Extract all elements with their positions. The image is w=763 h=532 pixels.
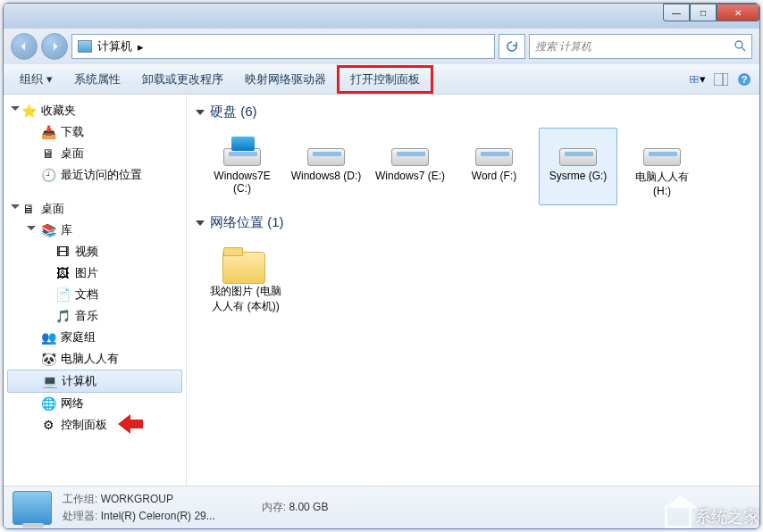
sidebar-item-homegroup[interactable]: 👥家庭组 bbox=[4, 327, 186, 348]
drive-e[interactable]: Windows7 (E:) bbox=[371, 128, 449, 205]
annotation-arrow-left-icon bbox=[118, 414, 143, 434]
sidebar-item-user[interactable]: 🐼电脑人人有 bbox=[4, 348, 186, 370]
video-icon: 🎞 bbox=[55, 245, 70, 259]
library-icon: 📚 bbox=[41, 223, 55, 237]
house-icon bbox=[665, 505, 692, 528]
breadcrumb[interactable]: 计算机 bbox=[97, 38, 132, 54]
sidebar: ⭐收藏夹 📥下载 🖥桌面 🕘最近访问的位置 🖥桌面 📚库 🎞视频 🖼图片 📄文档… bbox=[4, 95, 187, 486]
explorer-window: — □ ✕ 计算机 ▸ 搜索 计算机 组织 ▾ 系统属性 卸载或更改程序 映射网… bbox=[3, 3, 760, 529]
preview-pane-button[interactable] bbox=[713, 71, 729, 87]
system-properties-button[interactable]: 系统属性 bbox=[63, 68, 131, 91]
drive-icon bbox=[220, 136, 264, 166]
sidebar-item-network[interactable]: 🌐网络 bbox=[4, 393, 186, 414]
svg-rect-3 bbox=[695, 76, 699, 79]
drive-icon bbox=[640, 136, 684, 166]
computer-large-icon bbox=[13, 491, 52, 525]
network-icon: 🌐 bbox=[41, 396, 55, 411]
close-button[interactable]: ✕ bbox=[717, 4, 759, 21]
sidebar-item-favorites[interactable]: ⭐收藏夹 bbox=[4, 100, 186, 121]
homegroup-icon: 👥 bbox=[41, 330, 55, 345]
recent-icon: 🕘 bbox=[41, 168, 55, 182]
section-network-locations[interactable]: 网络位置 (1) bbox=[196, 214, 750, 231]
sidebar-item-music[interactable]: 🎵音乐 bbox=[4, 305, 186, 327]
chevron-down-icon: ▾ bbox=[46, 72, 53, 86]
status-bar: 工作组: WORKGROUP 处理器: Intel(R) Celeron(R) … bbox=[4, 486, 759, 528]
svg-rect-2 bbox=[691, 76, 694, 79]
organize-button[interactable]: 组织 ▾ bbox=[9, 68, 63, 91]
search-input[interactable]: 搜索 计算机 bbox=[529, 34, 752, 59]
drive-f[interactable]: Word (F:) bbox=[455, 128, 533, 205]
uninstall-programs-button[interactable]: 卸载或更改程序 bbox=[131, 68, 234, 91]
svg-line-1 bbox=[742, 47, 745, 51]
sidebar-item-libraries[interactable]: 📚库 bbox=[4, 220, 186, 241]
sidebar-item-pictures[interactable]: 🖼图片 bbox=[4, 262, 186, 284]
svg-rect-6 bbox=[714, 73, 728, 86]
drive-d[interactable]: Windows8 (D:) bbox=[287, 128, 365, 205]
svg-point-0 bbox=[735, 41, 742, 48]
drive-g[interactable]: Sysrme (G:) bbox=[539, 128, 617, 205]
section-hard-drives[interactable]: 硬盘 (6) bbox=[196, 104, 750, 121]
forward-button[interactable] bbox=[41, 33, 68, 60]
star-icon: ⭐ bbox=[21, 104, 36, 118]
help-button[interactable]: ? bbox=[736, 71, 752, 87]
svg-text:?: ? bbox=[742, 74, 748, 85]
nav-row: 计算机 ▸ 搜索 计算机 bbox=[4, 29, 759, 64]
drive-icon bbox=[304, 136, 348, 166]
network-location-item[interactable]: 我的图片 (电脑人人有 (本机)) bbox=[203, 238, 289, 322]
address-bar[interactable]: 计算机 ▸ bbox=[71, 34, 495, 59]
sidebar-item-documents[interactable]: 📄文档 bbox=[4, 284, 186, 305]
status-cpu: Intel(R) Celeron(R) 29... bbox=[101, 510, 215, 522]
drive-icon bbox=[556, 136, 600, 166]
chevron-right-icon[interactable]: ▸ bbox=[138, 40, 144, 54]
music-icon: 🎵 bbox=[55, 309, 70, 323]
content-pane: 硬盘 (6) Windows7E (C:) Windows8 (D:) Wind… bbox=[187, 95, 759, 486]
sidebar-item-computer[interactable]: 💻计算机 bbox=[7, 370, 182, 393]
drive-icon bbox=[472, 136, 516, 166]
downloads-icon: 📥 bbox=[41, 125, 55, 139]
search-icon bbox=[734, 39, 746, 54]
sidebar-item-recent[interactable]: 🕘最近访问的位置 bbox=[4, 164, 186, 186]
svg-rect-5 bbox=[695, 79, 699, 82]
sidebar-item-desktop-root[interactable]: 🖥桌面 bbox=[4, 198, 186, 220]
sidebar-item-videos[interactable]: 🎞视频 bbox=[4, 241, 186, 262]
drive-h[interactable]: 电脑人人有 (H:) bbox=[623, 128, 701, 205]
minimize-button[interactable]: — bbox=[663, 4, 690, 21]
status-memory: 8.00 GB bbox=[289, 501, 328, 513]
toolbar: 组织 ▾ 系统属性 卸载或更改程序 映射网络驱动器 打开控制面板 ▾ ? bbox=[4, 64, 759, 95]
title-bar: — □ ✕ bbox=[4, 4, 759, 29]
user-icon: 🐼 bbox=[41, 352, 55, 366]
refresh-button[interactable] bbox=[499, 34, 525, 59]
drive-icon bbox=[388, 136, 432, 166]
back-button[interactable] bbox=[11, 33, 38, 60]
map-network-drive-button[interactable]: 映射网络驱动器 bbox=[234, 68, 337, 91]
search-placeholder: 搜索 计算机 bbox=[535, 39, 591, 54]
sidebar-item-downloads[interactable]: 📥下载 bbox=[4, 121, 186, 143]
svg-rect-4 bbox=[691, 79, 694, 82]
desktop-icon: 🖥 bbox=[41, 146, 55, 161]
computer-icon bbox=[78, 40, 92, 53]
picture-icon: 🖼 bbox=[55, 266, 70, 280]
control-panel-icon: ⚙ bbox=[41, 418, 55, 432]
desktop-icon: 🖥 bbox=[21, 202, 36, 216]
document-icon: 📄 bbox=[55, 287, 70, 302]
computer-icon: 💻 bbox=[42, 374, 56, 388]
maximize-button[interactable]: □ bbox=[690, 4, 717, 21]
folder-icon bbox=[222, 246, 269, 284]
drive-c[interactable]: Windows7E (C:) bbox=[203, 128, 281, 205]
open-control-panel-button[interactable]: 打开控制面板 bbox=[337, 65, 433, 94]
status-workgroup: WORKGROUP bbox=[101, 493, 173, 505]
view-options-button[interactable]: ▾ bbox=[690, 71, 706, 87]
sidebar-item-control-panel[interactable]: ⚙控制面板 bbox=[4, 414, 186, 436]
sidebar-item-desktop[interactable]: 🖥桌面 bbox=[4, 143, 186, 164]
watermark: 系统之家 bbox=[665, 505, 759, 528]
